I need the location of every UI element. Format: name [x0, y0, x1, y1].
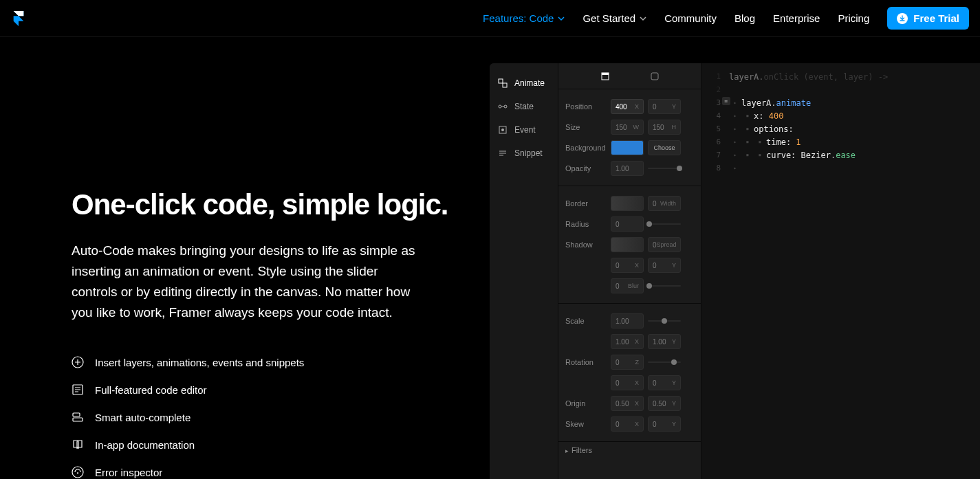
gutter-number: 4 [701, 111, 729, 120]
download-icon [897, 13, 908, 24]
row-rotation: Rotation 0Z [558, 352, 701, 372]
feature-list: Insert layers, animations, events and sn… [72, 356, 490, 478]
feature-label: Insert layers, animations, events and sn… [95, 357, 304, 368]
radius-input[interactable]: 0 [611, 216, 644, 232]
code-line[interactable]: 7curve: Bezier.ease [701, 148, 980, 161]
nav-pricing[interactable]: Pricing [838, 12, 869, 24]
row-skew: Skew 0X 0Y [558, 414, 701, 434]
code-line[interactable]: 1layerA.onClick (event, layer) -> [701, 70, 980, 83]
border-swatch[interactable] [611, 196, 644, 211]
skew-x-input[interactable]: 0X [611, 416, 644, 432]
background-swatch[interactable] [611, 140, 644, 155]
book-icon [72, 438, 84, 451]
scale-x-input[interactable]: 1.00X [611, 334, 644, 349]
sidebar-item-state[interactable]: State [490, 95, 558, 118]
framer-logo-icon[interactable] [11, 11, 26, 26]
free-trial-button[interactable]: Free Trial [887, 7, 969, 30]
shadow-swatch[interactable] [611, 237, 644, 252]
fold-marker-icon [741, 139, 754, 145]
position-y-input[interactable]: 0Y [648, 99, 681, 114]
code-line[interactable]: 6time: 1 [701, 135, 980, 148]
sidebar-item-snippet[interactable]: Snippet [490, 142, 558, 165]
shadow-blur-input[interactable]: 0Blur [611, 278, 644, 293]
radius-slider[interactable] [648, 216, 681, 232]
svg-rect-12 [602, 73, 609, 75]
sidebar-item-label: Animate [514, 78, 545, 88]
size-w-input[interactable]: 150W [611, 120, 644, 135]
feature-error: Error inspector [72, 466, 490, 478]
sidebar-item-animate[interactable]: Animate [490, 71, 558, 95]
gutter-marker-icon[interactable] [722, 97, 730, 105]
section-scale: Scale 1.00 1.00X 1.00Y Rotation 0Z 0X [558, 304, 701, 442]
shadow-x-input[interactable]: 0X [611, 258, 644, 273]
code-line[interactable]: 3layerA.animate [701, 96, 980, 109]
size-h-input[interactable]: 150H [648, 120, 681, 135]
svg-rect-6 [503, 83, 507, 87]
state-icon [498, 102, 508, 111]
row-border: Border 0Width [558, 193, 701, 214]
style-tab-icon[interactable] [651, 72, 659, 80]
nav-link-label: Pricing [838, 12, 869, 24]
fold-marker-icon [729, 139, 741, 145]
properties-panel: Position 400X 0Y Size 150W 150H Backgrou… [558, 63, 701, 479]
scale-slider[interactable] [648, 313, 681, 328]
scale-input[interactable]: 1.00 [611, 313, 644, 328]
fold-marker-icon [729, 126, 741, 132]
nav-link-label: Community [664, 12, 717, 24]
svg-point-8 [504, 105, 507, 108]
nav-link-label: Get Started [582, 12, 635, 24]
skew-y-input[interactable]: 0Y [648, 416, 681, 432]
sidebar-item-label: Event [514, 125, 536, 135]
rotation-slider[interactable] [648, 355, 681, 370]
border-width-input[interactable]: 0Width [648, 196, 681, 211]
nav-community[interactable]: Community [664, 12, 717, 24]
code-text: curve: Bezier.ease [766, 151, 856, 160]
hero-body: Auto-Code makes bringing your designs to… [72, 241, 422, 323]
nav-features-code[interactable]: Features: Code [483, 12, 565, 24]
code-line[interactable]: 4x: 400 [701, 109, 980, 122]
code-line[interactable]: 2 [701, 83, 980, 96]
scale-y-input[interactable]: 1.00Y [648, 334, 681, 349]
shadow-y-input[interactable]: 0Y [648, 258, 681, 273]
rotation-x-input[interactable]: 0X [611, 375, 644, 390]
sidebar-item-event[interactable]: Event [490, 118, 558, 142]
origin-y-input[interactable]: 0.50Y [648, 396, 681, 411]
row-origin: Origin 0.50X 0.50Y [558, 393, 701, 414]
section-filters[interactable]: ▸Filters [558, 442, 701, 458]
svg-rect-2 [73, 413, 80, 416]
fold-marker-icon [741, 126, 754, 132]
background-choose-button[interactable]: Choose [648, 140, 681, 155]
label-shadow: Shadow [565, 241, 607, 249]
origin-x-input[interactable]: 0.50X [611, 396, 644, 411]
code-line[interactable]: 5options: [701, 122, 980, 135]
code-text: layerA.onClick (event, layer) -> [729, 72, 888, 82]
code-line[interactable]: 8 [701, 161, 980, 175]
fold-marker-icon [729, 100, 741, 106]
gutter-number: 1 [701, 72, 729, 81]
nav-enterprise[interactable]: Enterprise [773, 12, 820, 24]
opacity-input[interactable]: 1.00 [611, 161, 644, 176]
row-scale: Scale 1.00 [558, 311, 701, 331]
shadow-spread-input[interactable]: 0Spread [648, 237, 681, 252]
label-origin: Origin [565, 399, 607, 408]
layout-tab-icon[interactable] [601, 72, 609, 80]
position-x-input[interactable]: 400X [611, 99, 644, 114]
row-scale-xy: 1.00X 1.00Y [558, 331, 701, 352]
sidebar-item-label: State [514, 102, 534, 111]
nav-link-label: Enterprise [773, 12, 820, 24]
props-tabbar [558, 63, 701, 89]
panel-sidebar: Animate State Event Snippet [490, 63, 558, 479]
nav-get-started[interactable]: Get Started [582, 12, 646, 24]
fold-marker-icon [729, 152, 741, 158]
gutter-number: 2 [701, 85, 729, 94]
svg-rect-5 [499, 79, 503, 83]
nav-blog[interactable]: Blog [734, 12, 755, 24]
section-transform: Position 400X 0Y Size 150W 150H Backgrou… [558, 89, 701, 186]
shadow-blur-slider[interactable] [648, 278, 681, 293]
label-position: Position [565, 102, 607, 111]
row-background: Background Choose [558, 137, 701, 158]
rotation-z-input[interactable]: 0Z [611, 355, 644, 370]
opacity-slider[interactable] [648, 161, 681, 176]
code-editor[interactable]: 1layerA.onClick (event, layer) ->23layer… [701, 63, 980, 479]
rotation-y-input[interactable]: 0Y [648, 375, 681, 390]
